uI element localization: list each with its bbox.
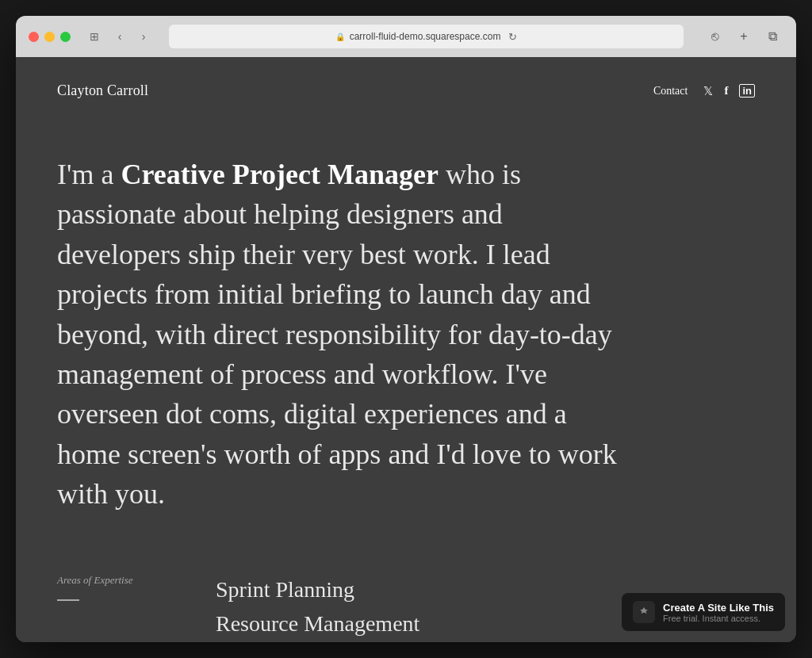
site-title: Clayton Carroll bbox=[57, 82, 148, 99]
traffic-lights bbox=[29, 32, 71, 42]
site-nav: Contact 𝕏 f in bbox=[653, 84, 755, 98]
expertise-label-block: Areas of Expertise bbox=[57, 574, 216, 601]
hero-intro-normal: I'm a bbox=[57, 159, 121, 190]
badge-text-block: Create A Site Like This Free trial. Inst… bbox=[663, 602, 774, 623]
back-button[interactable]: ‹ bbox=[109, 25, 131, 48]
expertise-section-title: Areas of Expertise bbox=[57, 574, 184, 587]
hero-paragraph: I'm a Creative Project Manager who is pa… bbox=[57, 155, 628, 515]
squarespace-logo-icon bbox=[633, 601, 655, 623]
hero-intro-rest: who is passionate about helping designer… bbox=[57, 159, 617, 510]
hero-section: I'm a Creative Project Manager who is pa… bbox=[16, 115, 796, 558]
badge-sub-text: Free trial. Instant access. bbox=[663, 614, 774, 623]
address-bar[interactable]: 🔒 carroll-fluid-demo.squarespace.com ↻ bbox=[169, 25, 684, 48]
badge-main-text: Create A Site Like This bbox=[663, 602, 774, 614]
contact-link[interactable]: Contact bbox=[653, 85, 688, 98]
website-content: Clayton Carroll Contact 𝕏 f in I'm a Cre… bbox=[16, 57, 796, 642]
social-icons: 𝕏 f in bbox=[703, 84, 755, 98]
lock-icon: 🔒 bbox=[335, 33, 345, 41]
browser-chrome: ⊞ ‹ › 🔒 carroll-fluid-demo.squarespace.c… bbox=[16, 16, 796, 57]
squarespace-badge[interactable]: Create A Site Like This Free trial. Inst… bbox=[622, 593, 785, 631]
share-button[interactable]: ⎋ bbox=[704, 25, 726, 48]
minimize-button[interactable] bbox=[44, 32, 55, 42]
nav-window-icon[interactable]: ⊞ bbox=[83, 25, 105, 48]
forward-button[interactable]: › bbox=[132, 25, 155, 48]
tab-overview-button[interactable]: ⧉ bbox=[761, 25, 783, 48]
expertise-divider bbox=[57, 599, 79, 601]
new-tab-button[interactable]: + bbox=[733, 25, 755, 48]
browser-window: ⊞ ‹ › 🔒 carroll-fluid-demo.squarespace.c… bbox=[16, 16, 796, 642]
url-text: carroll-fluid-demo.squarespace.com bbox=[350, 31, 501, 42]
browser-actions: ⎋ + ⧉ bbox=[704, 25, 783, 48]
browser-chevrons: ‹ › bbox=[109, 25, 155, 48]
twitter-icon[interactable]: 𝕏 bbox=[703, 84, 713, 98]
maximize-button[interactable] bbox=[60, 32, 71, 42]
reload-icon[interactable]: ↻ bbox=[508, 31, 517, 43]
facebook-icon[interactable]: f bbox=[724, 84, 728, 98]
close-button[interactable] bbox=[29, 32, 39, 42]
hero-intro-bold: Creative Project Manager bbox=[121, 159, 438, 190]
linkedin-icon[interactable]: in bbox=[739, 84, 755, 98]
site-header: Clayton Carroll Contact 𝕏 f in bbox=[16, 57, 796, 115]
browser-nav: ⊞ ‹ › bbox=[83, 25, 155, 48]
